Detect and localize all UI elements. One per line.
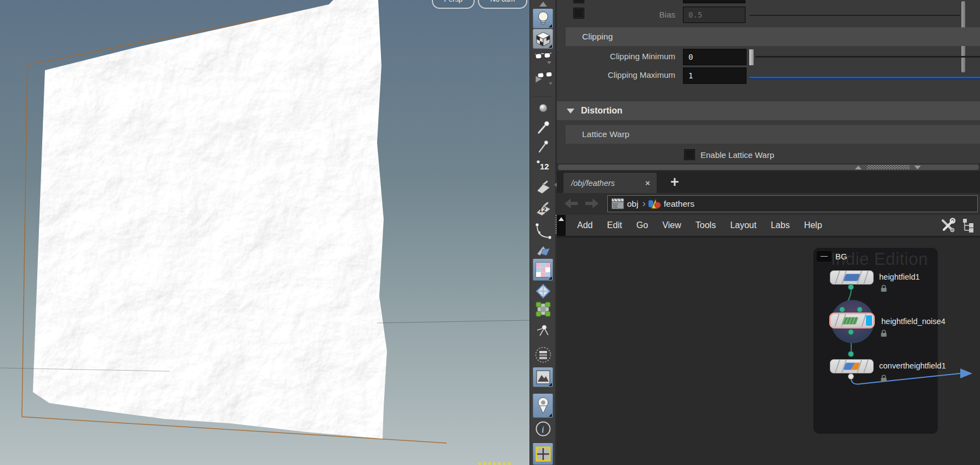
new-tab-button[interactable]: + <box>665 172 684 192</box>
persp-camera-button[interactable]: Persp <box>432 0 475 9</box>
bias-slider[interactable] <box>750 15 960 16</box>
menu-layout[interactable]: Layout <box>723 220 764 230</box>
node-heightfield-noise4-output-dot[interactable] <box>848 329 854 335</box>
network-canvas[interactable]: Indie Edition — BG heightfield1 <box>557 237 980 465</box>
node-heightfield1-output-dot[interactable] <box>848 284 854 290</box>
node-convertheightfield1[interactable] <box>830 359 874 373</box>
clipping-max-slider[interactable] <box>750 77 980 78</box>
bias-field[interactable]: 0.5 <box>683 7 745 23</box>
splitter-down-arrow-icon[interactable] <box>914 166 921 169</box>
toolbar-scroll-up-icon[interactable] <box>530 2 556 7</box>
back-arrow-icon[interactable] <box>563 197 579 209</box>
location-pin-icon[interactable] <box>530 394 556 418</box>
menu-tools[interactable]: Tools <box>688 220 723 230</box>
menu-scroll-stub[interactable] <box>557 215 566 236</box>
path-segment-obj[interactable]: obj <box>627 199 639 209</box>
handles-diamond-icon[interactable] <box>530 283 556 299</box>
uv-grid-icon[interactable] <box>530 300 556 318</box>
clipping-min-slider-handle[interactable] <box>749 49 754 66</box>
node-convertheightfield1-output-dot[interactable] <box>848 373 854 379</box>
network-box-label: BG <box>835 252 847 261</box>
tab-title: /obj/feathers <box>563 179 615 188</box>
svg-text:12: 12 <box>539 206 546 214</box>
enable-lattice-warp-label: Enable Lattice Warp <box>700 150 774 160</box>
pin-curve-icon[interactable] <box>530 222 556 241</box>
tools-wrench-icon[interactable] <box>939 217 956 234</box>
node-heightfield-noise4-input-dot-1[interactable] <box>839 307 845 313</box>
trowel-icon[interactable] <box>530 180 556 196</box>
lattice-warp-subheader[interactable]: Lattice Warp <box>566 125 980 144</box>
cropped-field[interactable] <box>683 0 745 3</box>
node-heightfield-noise4[interactable] <box>829 313 875 328</box>
terrain-render <box>0 0 529 465</box>
viewport-toolbar: 12 12 <box>529 0 556 465</box>
tab-obj-feathers[interactable]: /obj/feathers × <box>563 173 657 193</box>
network-tab-bar: /obj/feathers × + <box>557 171 980 193</box>
grid-line-right <box>377 320 529 323</box>
no-cam-button[interactable]: No cam <box>478 0 527 9</box>
viewport-overlay-text-cropped <box>478 462 512 465</box>
node-heightfield-noise4-label: heightfield_noise4 <box>881 317 945 326</box>
node-heightfield1-lock-icon <box>880 285 887 292</box>
menu-labs[interactable]: Labs <box>764 220 797 230</box>
cropped-checkbox[interactable] <box>573 0 584 3</box>
tab-close-icon[interactable]: × <box>645 178 650 188</box>
scene-viewport[interactable]: Persp No cam <box>0 0 529 465</box>
wire-prong-icon[interactable] <box>530 322 556 338</box>
trowel-12-icon[interactable]: 12 <box>530 201 556 218</box>
fan-plane-icon[interactable] <box>530 243 556 258</box>
layers-circle-icon[interactable] <box>530 345 556 364</box>
viewport-layout-grid-icon[interactable] <box>530 443 556 465</box>
node-convertheightfield1-lock-icon <box>880 375 887 382</box>
node-bypass-chip[interactable] <box>866 315 872 326</box>
parameter-pane: Bias 0.5 Clipping Clipping Minimum 0 Cli… <box>557 0 980 171</box>
lighting-bulb-icon[interactable] <box>530 9 556 29</box>
clipping-header-label: Clipping <box>582 32 613 42</box>
network-menu-bar: Add Edit Go View Tools Layout Labs Help <box>557 215 980 237</box>
brush-icon[interactable] <box>530 120 556 135</box>
path-segment-feathers[interactable]: feathers <box>664 199 694 209</box>
clipping-section-header[interactable]: Clipping <box>566 27 980 46</box>
heightfield-terrain <box>33 0 387 439</box>
forward-arrow-icon[interactable] <box>584 197 600 209</box>
svg-text:12: 12 <box>540 162 549 171</box>
visualizer-checker-icon[interactable] <box>530 259 556 281</box>
distortion-section-header[interactable]: Distortion <box>557 101 980 120</box>
splitter-grip-dots[interactable] <box>867 165 910 169</box>
info-icon[interactable]: i <box>530 420 556 438</box>
enable-lattice-warp-checkbox[interactable] <box>684 149 695 160</box>
svg-text:i: i <box>542 424 544 435</box>
screen-marker-icon[interactable] <box>530 138 556 154</box>
node-heightfield-noise4-lock-icon <box>880 330 887 337</box>
network-path-widget[interactable]: obj › feathers <box>607 195 978 212</box>
lattice-warp-label: Lattice Warp <box>582 129 629 139</box>
menu-view[interactable]: View <box>655 220 688 230</box>
network-path-bar: obj › feathers <box>557 193 980 215</box>
node-heightfield1-label: heightfield1 <box>879 273 920 281</box>
clipping-min-field[interactable]: 0 <box>683 49 747 65</box>
node-convertheightfield1-input-dot[interactable] <box>848 351 854 357</box>
path-separator-icon: › <box>642 197 646 209</box>
splitter-up-arrow-icon[interactable] <box>855 166 862 169</box>
flipbook-glasses-icon[interactable] <box>530 69 556 87</box>
menu-help[interactable]: Help <box>797 220 829 230</box>
view-glasses-icon[interactable] <box>530 50 556 65</box>
clipping-min-slider[interactable] <box>755 56 980 58</box>
node-heightfield1[interactable] <box>830 270 874 285</box>
distortion-header-label: Distortion <box>581 106 623 116</box>
node-tree-icon[interactable] <box>961 217 976 234</box>
menu-edit[interactable]: Edit <box>600 220 629 230</box>
network-box-collapse-button[interactable]: — <box>817 251 831 262</box>
node-convertheightfield1-label: convertheightfield1 <box>879 361 946 370</box>
points-sphere-icon[interactable] <box>530 102 556 114</box>
menu-go[interactable]: Go <box>629 220 655 230</box>
menu-add[interactable]: Add <box>570 220 600 230</box>
bias-enable-checkbox[interactable] <box>573 8 584 19</box>
node-heightfield-noise4-input-dot-2[interactable] <box>857 307 863 313</box>
font-size-12-icon[interactable]: 12 <box>530 158 556 172</box>
shading-cube-icon[interactable] <box>530 29 556 49</box>
clipping-max-field[interactable]: 1 <box>683 67 747 84</box>
param-bottom-splitter[interactable] <box>557 163 980 171</box>
collapse-arrow-icon <box>567 109 574 114</box>
snapshot-image-icon[interactable] <box>530 367 556 387</box>
